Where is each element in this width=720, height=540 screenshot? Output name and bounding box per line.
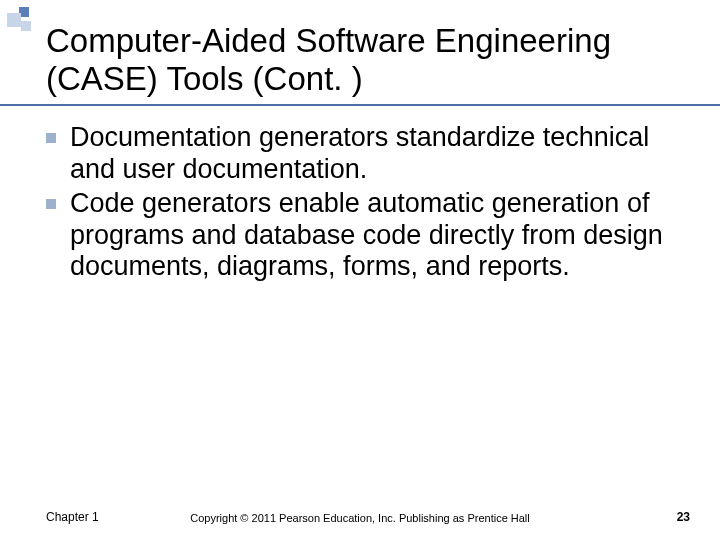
footer-copyright: Copyright © 2011 Pearson Education, Inc.… [0, 512, 720, 524]
slide-body: Documentation generators standardize tec… [46, 122, 680, 285]
bullet-item: Code generators enable automatic generat… [46, 188, 680, 284]
bullet-text: Code generators enable automatic generat… [70, 188, 680, 284]
slide-title: Computer-Aided Software Engineering (CAS… [46, 22, 690, 98]
square-bullet-icon [46, 199, 56, 209]
decorative-squares [7, 7, 35, 35]
title-underline [0, 104, 720, 106]
bullet-text: Documentation generators standardize tec… [70, 122, 680, 186]
bullet-item: Documentation generators standardize tec… [46, 122, 680, 186]
footer-page-number: 23 [677, 510, 690, 524]
square-bullet-icon [46, 133, 56, 143]
